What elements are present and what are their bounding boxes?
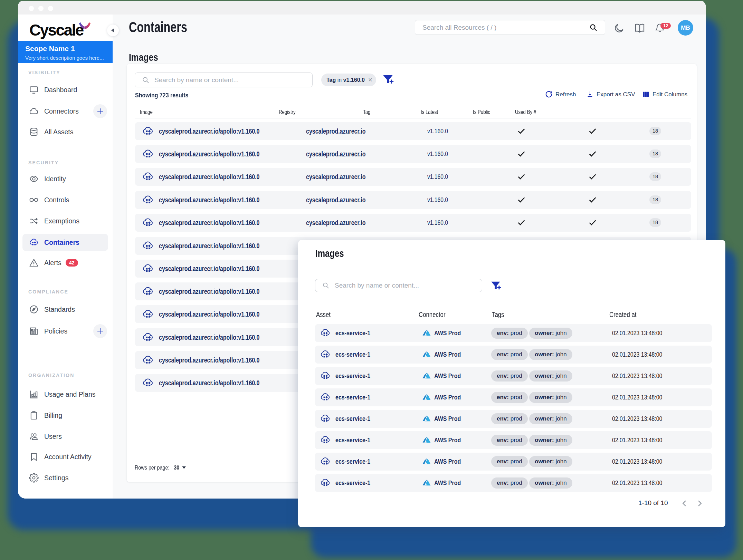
svg-text:Cyscale: Cyscale xyxy=(29,21,84,39)
